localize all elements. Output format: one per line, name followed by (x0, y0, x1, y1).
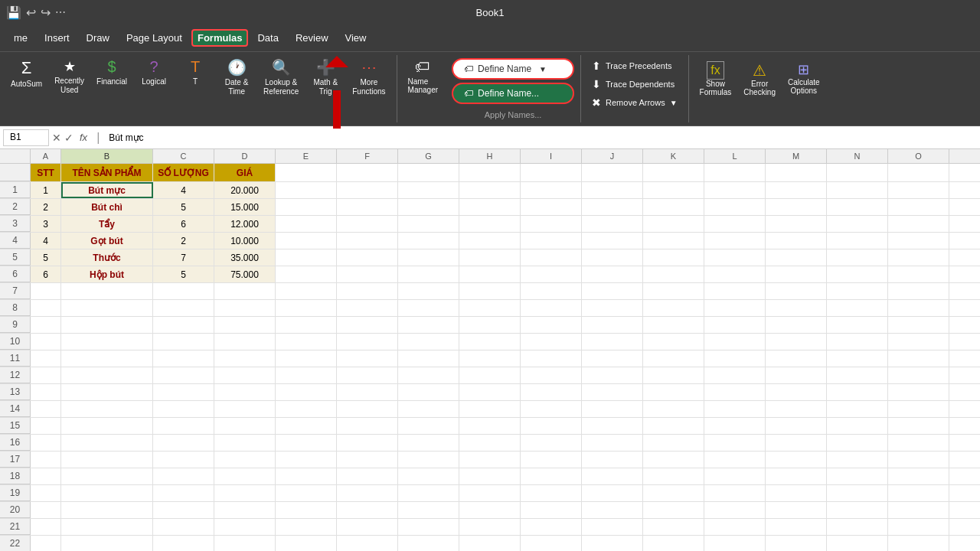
empty-cell[interactable] (704, 216, 766, 232)
empty-cell[interactable] (153, 300, 214, 316)
empty-cell[interactable] (888, 401, 949, 417)
empty-cell[interactable] (582, 350, 643, 367)
cell-ten-1[interactable]: Bút mực (61, 182, 153, 198)
empty-cell[interactable] (398, 452, 459, 468)
cell-gia-2[interactable]: 15.000 (214, 199, 276, 215)
formula-input[interactable] (106, 131, 977, 145)
empty-cell[interactable] (214, 334, 276, 350)
empty-cell[interactable] (704, 266, 766, 282)
empty-cell[interactable] (888, 283, 949, 299)
empty-cell[interactable] (521, 266, 582, 282)
empty-cell[interactable] (582, 182, 643, 198)
empty-cell[interactable] (643, 468, 704, 484)
financial-button[interactable]: $ Financial (92, 55, 132, 90)
empty-cell[interactable] (337, 317, 398, 333)
empty-cell[interactable] (643, 367, 704, 383)
empty-cell[interactable] (398, 249, 459, 266)
empty-cell[interactable] (766, 418, 827, 434)
cell-gia-4[interactable]: 10.000 (214, 233, 276, 249)
empty-cell[interactable] (521, 401, 582, 417)
undo-icon[interactable]: ↩ (26, 5, 36, 20)
empty-cell[interactable] (582, 502, 643, 518)
empty-cell[interactable] (153, 536, 214, 551)
empty-cell[interactable] (766, 164, 827, 181)
empty-cell[interactable] (766, 401, 827, 417)
empty-cell[interactable] (61, 384, 153, 400)
empty-cell[interactable] (582, 216, 643, 232)
define-name-button[interactable]: 🏷 Define Name... (452, 83, 574, 104)
empty-cell[interactable] (704, 233, 766, 249)
empty-cell[interactable] (276, 283, 337, 299)
empty-cell[interactable] (766, 266, 827, 282)
col-header-h[interactable]: H (459, 149, 521, 163)
autosum-button[interactable]: Σ AutoSum (6, 55, 47, 92)
name-manager-button[interactable]: 🏷 NameManager (403, 55, 443, 97)
col-header-o[interactable]: O (888, 149, 949, 163)
empty-cell[interactable] (582, 384, 643, 400)
empty-cell[interactable] (643, 485, 704, 501)
col-header-n[interactable]: N (827, 149, 888, 163)
empty-cell[interactable] (398, 350, 459, 367)
empty-cell[interactable] (337, 384, 398, 400)
empty-cell[interactable] (459, 435, 521, 451)
empty-cell[interactable] (888, 536, 949, 551)
empty-cell[interactable] (888, 452, 949, 468)
empty-cell[interactable] (888, 182, 949, 198)
empty-cell[interactable] (337, 536, 398, 551)
empty-cell[interactable] (888, 350, 949, 367)
empty-cell[interactable] (276, 334, 337, 350)
empty-cell[interactable] (521, 300, 582, 316)
more-icon[interactable]: ⋯ (55, 6, 66, 18)
empty-cell[interactable] (276, 317, 337, 333)
text-button[interactable]: T T (176, 55, 214, 90)
empty-cell[interactable] (31, 485, 61, 501)
empty-cell[interactable] (582, 266, 643, 282)
empty-cell[interactable] (582, 300, 643, 316)
empty-cell[interactable] (337, 519, 398, 535)
empty-cell[interactable] (521, 418, 582, 434)
empty-cell[interactable] (276, 249, 337, 266)
empty-cell[interactable] (398, 216, 459, 232)
empty-cell[interactable] (704, 367, 766, 383)
empty-cell[interactable] (521, 536, 582, 551)
empty-cell[interactable] (276, 468, 337, 484)
empty-cell[interactable] (704, 283, 766, 299)
cell-gia-3[interactable]: 12.000 (214, 216, 276, 232)
empty-cell[interactable] (521, 502, 582, 518)
empty-cell[interactable] (153, 485, 214, 501)
empty-cell[interactable] (827, 435, 888, 451)
col-header-f[interactable]: F (337, 149, 398, 163)
empty-cell[interactable] (459, 536, 521, 551)
empty-cell[interactable] (153, 283, 214, 299)
empty-cell[interactable] (398, 367, 459, 383)
empty-cell[interactable] (61, 452, 153, 468)
empty-cell[interactable] (31, 283, 61, 299)
cell-stt-6[interactable]: 6 (31, 266, 61, 282)
empty-cell[interactable] (31, 317, 61, 333)
empty-cell[interactable] (214, 502, 276, 518)
empty-cell[interactable] (31, 536, 61, 551)
empty-cell[interactable] (61, 485, 153, 501)
empty-cell[interactable] (582, 519, 643, 535)
calculate-options-button[interactable]: ⊞ CalculateOptions (783, 58, 825, 99)
empty-cell[interactable] (153, 435, 214, 451)
cell-sl-5[interactable]: 7 (153, 249, 214, 266)
empty-cell[interactable] (398, 266, 459, 282)
empty-cell[interactable] (582, 468, 643, 484)
empty-cell[interactable] (827, 418, 888, 434)
empty-cell[interactable] (643, 401, 704, 417)
empty-cell[interactable] (153, 317, 214, 333)
empty-cell[interactable] (643, 182, 704, 198)
empty-cell[interactable] (337, 350, 398, 367)
empty-cell[interactable] (888, 418, 949, 434)
empty-cell[interactable] (521, 216, 582, 232)
empty-cell[interactable] (582, 435, 643, 451)
empty-cell[interactable] (153, 468, 214, 484)
empty-cell[interactable] (827, 283, 888, 299)
empty-cell[interactable] (827, 468, 888, 484)
cell-ten-4[interactable]: Gọt bút (61, 233, 153, 249)
empty-cell[interactable] (459, 249, 521, 266)
empty-cell[interactable] (888, 468, 949, 484)
empty-cell[interactable] (459, 164, 521, 181)
redo-icon[interactable]: ↪ (41, 5, 51, 20)
